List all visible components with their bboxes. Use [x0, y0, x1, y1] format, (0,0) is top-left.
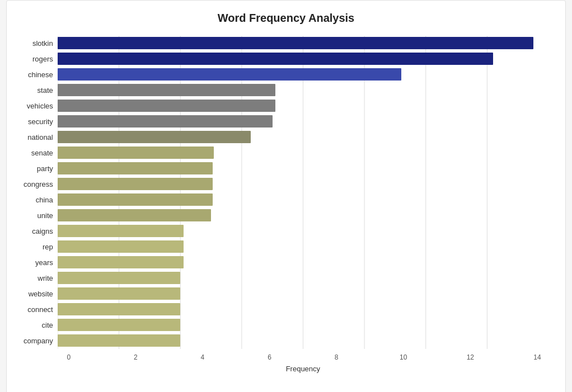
bars-wrapper: 02468101214 Frequency	[58, 36, 548, 373]
bar	[58, 319, 180, 331]
y-label: website	[29, 286, 53, 301]
y-label: company	[24, 333, 53, 348]
bar-row	[58, 302, 548, 317]
y-label: connect	[27, 302, 53, 317]
bar-row	[58, 114, 548, 129]
y-labels: slotkinrogerschinesestatevehiclessecurit…	[24, 36, 53, 373]
bar	[58, 115, 273, 127]
bar-row	[58, 67, 548, 82]
x-tick: 8	[325, 353, 348, 361]
x-axis-label: Frequency	[58, 365, 548, 373]
x-axis: 02468101214	[58, 353, 548, 361]
bar	[58, 68, 401, 81]
chart-container: Word Frequency Analysis slotkinrogerschi…	[6, 0, 566, 392]
x-tick: 12	[459, 353, 481, 361]
bar	[58, 53, 494, 65]
y-label: rogers	[32, 51, 53, 66]
y-label: write	[37, 271, 53, 285]
bar-row	[58, 208, 548, 223]
x-tick: 14	[526, 353, 548, 361]
x-tick: 2	[124, 353, 147, 361]
y-label: cite	[42, 318, 53, 332]
bar-row	[58, 286, 548, 301]
bar	[58, 240, 184, 253]
bar	[58, 209, 211, 221]
bar	[58, 303, 180, 315]
bar-row	[58, 271, 548, 285]
bar	[58, 225, 184, 237]
y-label: state	[37, 83, 53, 97]
chart-area: slotkinrogerschinesestatevehiclessecurit…	[24, 36, 548, 373]
bar	[58, 178, 213, 190]
y-label: congress	[24, 177, 53, 191]
y-label: national	[27, 130, 53, 144]
bar-row	[58, 239, 548, 254]
y-label: china	[36, 192, 53, 207]
bar-row	[58, 161, 548, 176]
bar	[58, 256, 184, 268]
bar-row	[58, 224, 548, 238]
bar	[58, 100, 275, 112]
y-label: caigns	[32, 224, 53, 238]
y-label: chinese	[28, 67, 53, 82]
y-label: senate	[31, 145, 53, 160]
bar-row	[58, 255, 548, 270]
bar-row	[58, 98, 548, 113]
bar-row	[58, 177, 548, 191]
bar-row	[58, 36, 548, 50]
bar	[58, 37, 533, 49]
bar	[58, 334, 180, 347]
bar-row	[58, 318, 548, 332]
bar	[58, 272, 180, 284]
x-tick: 0	[58, 353, 80, 361]
bar	[58, 193, 213, 206]
chart-title: Word Frequency Analysis	[24, 12, 548, 25]
bar-row	[58, 145, 548, 160]
bars-container	[58, 36, 548, 349]
x-tick: 6	[259, 353, 281, 361]
y-label: slotkin	[32, 36, 53, 50]
bar-row	[58, 192, 548, 207]
bar	[58, 147, 214, 159]
bar-row	[58, 130, 548, 144]
bar-row	[58, 83, 548, 97]
x-tick: 10	[392, 353, 415, 361]
bar	[58, 162, 213, 174]
y-label: party	[37, 161, 53, 176]
bar-row	[58, 51, 548, 66]
x-tick: 4	[191, 353, 214, 361]
y-label: unite	[37, 208, 53, 223]
y-label: security	[28, 114, 53, 129]
bar-row	[58, 333, 548, 348]
y-label: vehicles	[27, 98, 53, 113]
y-label: rep	[43, 239, 53, 254]
bar	[58, 84, 275, 96]
bar	[58, 131, 251, 143]
bar	[58, 287, 180, 300]
y-label: years	[35, 255, 53, 270]
